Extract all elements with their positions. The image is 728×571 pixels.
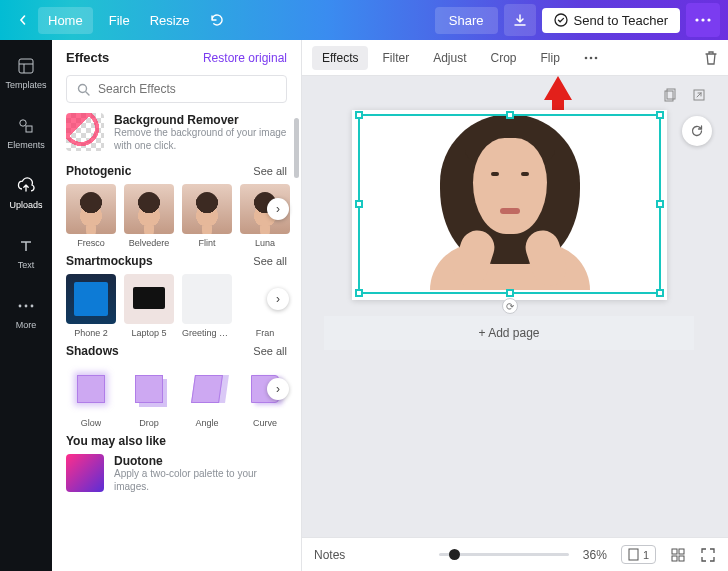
svg-point-8	[25, 305, 28, 308]
rail-text[interactable]: Text	[0, 232, 52, 274]
back-button[interactable]	[8, 9, 38, 31]
smartmockups-scroll-right[interactable]: ›	[267, 288, 289, 310]
rotate-handle[interactable]: ⟳	[502, 298, 518, 314]
resize-menu[interactable]: Resize	[140, 7, 200, 34]
send-to-teacher-button[interactable]: Send to Teacher	[542, 8, 680, 33]
mockup-tile[interactable]: Laptop 5	[124, 274, 174, 338]
restore-original-link[interactable]: Restore original	[203, 51, 287, 65]
add-page-button[interactable]: + Add page	[324, 316, 694, 350]
svg-point-2	[701, 18, 704, 21]
svg-rect-20	[672, 556, 677, 561]
shadows-seeall[interactable]: See all	[253, 345, 287, 357]
effects-panel: Effects Restore original Background Remo…	[52, 40, 302, 571]
selection-frame[interactable]: ⟳	[358, 114, 661, 294]
resize-handle[interactable]	[506, 111, 514, 119]
tab-more[interactable]	[574, 51, 608, 65]
home-label: Home	[48, 13, 83, 28]
grid-view-button[interactable]	[670, 547, 686, 563]
effect-tile[interactable]: Flint	[182, 184, 232, 248]
bg-remover-desc: Remove the background of your image with…	[114, 127, 287, 152]
section-shadows-head: Shadows See all	[66, 344, 287, 358]
search-icon	[77, 83, 90, 96]
photogenic-scroll-right[interactable]: ›	[267, 198, 289, 220]
rail-templates[interactable]: Templates	[0, 52, 52, 94]
canvas[interactable]: ⟳ + Add page	[302, 76, 728, 537]
duotone-card[interactable]: Duotone Apply a two-color palette to you…	[66, 454, 287, 493]
resize-handle[interactable]	[355, 111, 363, 119]
text-icon	[16, 236, 36, 256]
svg-point-7	[19, 305, 22, 308]
tab-filter[interactable]: Filter	[372, 46, 419, 70]
search-effects[interactable]	[66, 75, 287, 103]
top-bar: Home File Resize Share Send to Teacher	[0, 0, 728, 40]
shadow-tile[interactable]: Glow	[66, 364, 116, 428]
smartmockups-row: Phone 2 Laptop 5 Greeting car… Fran ›	[66, 274, 287, 338]
tab-flip[interactable]: Flip	[531, 46, 570, 70]
file-menu[interactable]: File	[99, 7, 140, 34]
open-page-button[interactable]	[690, 86, 708, 104]
topbar-more-button[interactable]	[686, 3, 720, 37]
shadows-scroll-right[interactable]: ›	[267, 378, 289, 400]
section-smartmockups-head: Smartmockups See all	[66, 254, 287, 268]
resize-handle[interactable]	[656, 289, 664, 297]
svg-point-12	[590, 56, 593, 59]
rail-more[interactable]: More	[0, 292, 52, 334]
undo-button[interactable]	[199, 7, 233, 33]
rail-elements[interactable]: Elements	[0, 112, 52, 154]
elements-icon	[16, 116, 36, 136]
fullscreen-button[interactable]	[700, 547, 716, 563]
notes-button[interactable]: Notes	[314, 548, 345, 562]
uploads-icon	[16, 176, 36, 196]
shadows-row: Glow Drop Angle Curve ›	[66, 364, 287, 428]
refresh-icon	[690, 124, 704, 138]
zoom-slider[interactable]	[439, 553, 569, 556]
tab-adjust[interactable]: Adjust	[423, 46, 476, 70]
trash-icon	[704, 50, 718, 66]
svg-point-5	[20, 120, 26, 126]
shadow-tile[interactable]: Angle	[182, 364, 232, 428]
side-rail: Templates Elements Uploads Text More	[0, 40, 52, 571]
duplicate-page-button[interactable]	[662, 86, 680, 104]
rail-uploads[interactable]: Uploads	[0, 172, 52, 214]
duotone-desc: Apply a two-color palette to your images…	[114, 468, 287, 493]
page-count-pill[interactable]: 1	[621, 545, 656, 564]
panel-scrollbar[interactable]	[294, 118, 299, 178]
tab-crop[interactable]: Crop	[481, 46, 527, 70]
home-button[interactable]: Home	[38, 7, 93, 34]
resize-handle[interactable]	[656, 111, 664, 119]
more-horizontal-icon	[584, 56, 598, 60]
tab-effects[interactable]: Effects	[312, 46, 368, 70]
resize-handle[interactable]	[355, 289, 363, 297]
check-circle-icon	[554, 13, 568, 27]
svg-rect-17	[629, 549, 638, 560]
effect-tile[interactable]: Fresco	[66, 184, 116, 248]
share-button[interactable]: Share	[435, 7, 498, 34]
download-button[interactable]	[504, 4, 536, 36]
photogenic-seeall[interactable]: See all	[253, 165, 287, 177]
bg-remover-card[interactable]: Background Remover Remove the background…	[66, 113, 287, 152]
section-youmay-head: You may also like	[66, 434, 287, 448]
effect-tile[interactable]: Belvedere	[124, 184, 174, 248]
svg-point-3	[707, 18, 710, 21]
panel-header: Effects Restore original	[52, 40, 301, 75]
delete-button[interactable]	[704, 50, 718, 66]
resize-handle[interactable]	[506, 289, 514, 297]
svg-rect-21	[679, 556, 684, 561]
shadow-tile[interactable]: Drop	[124, 364, 174, 428]
reset-view-button[interactable]	[682, 116, 712, 146]
mockup-tile[interactable]: Phone 2	[66, 274, 116, 338]
smartmockups-seeall[interactable]: See all	[253, 255, 287, 267]
page-tools	[662, 86, 708, 104]
svg-point-13	[595, 56, 598, 59]
bg-remover-title: Background Remover	[114, 113, 287, 127]
search-input[interactable]	[98, 82, 276, 96]
bg-remover-icon	[66, 113, 104, 151]
panel-title: Effects	[66, 50, 109, 65]
resize-handle[interactable]	[355, 200, 363, 208]
svg-rect-19	[679, 549, 684, 554]
svg-rect-18	[672, 549, 677, 554]
resize-handle[interactable]	[656, 200, 664, 208]
mockup-tile[interactable]: Greeting car…	[182, 274, 232, 338]
section-photogenic-head: Photogenic See all	[66, 164, 287, 178]
zoom-thumb[interactable]	[449, 549, 460, 560]
